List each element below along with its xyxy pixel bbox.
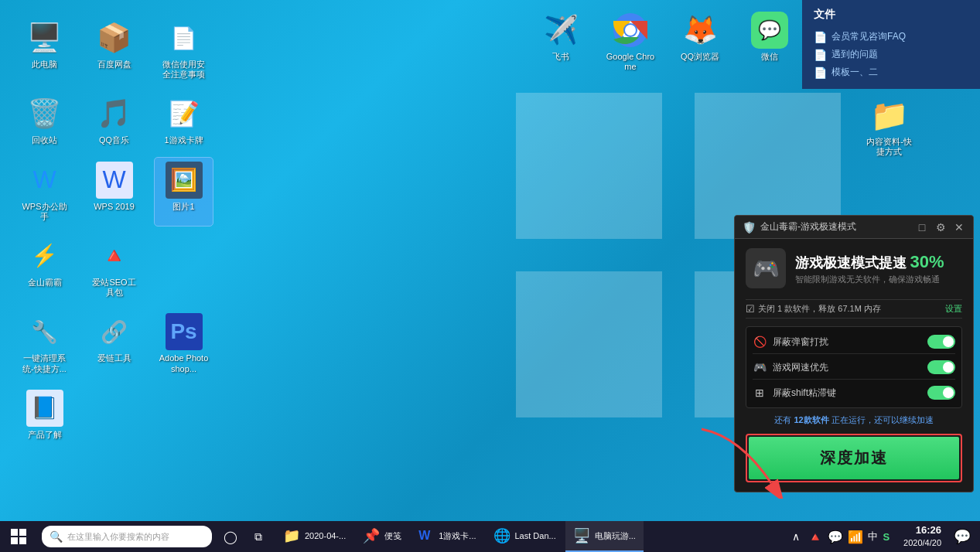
icon-product-learn-label: 产品了解 xyxy=(28,430,62,440)
svg-point-7 xyxy=(625,25,636,36)
close-info-bar: ☑ 关闭 1 款软件，释放 67.1M 内存 设置 xyxy=(746,299,962,319)
deep-accel-button[interactable]: 深度加速 xyxy=(749,437,959,479)
task-view-button[interactable]: ⧉ xyxy=(244,523,272,550)
icon-computer-label: 此电脑 xyxy=(32,60,57,70)
icon-aisi-tools[interactable]: 🔗 爱链工具 xyxy=(85,309,143,377)
more-software-count: 12款软件 xyxy=(794,415,828,424)
icon-qq-music[interactable]: 🎵 QQ音乐 xyxy=(85,91,143,149)
icon-wps-office[interactable]: W WPS办公助手 xyxy=(15,158,73,226)
icon-aisi-seo-label: 爱站SEO工具包 xyxy=(89,278,139,298)
icon-chrome-label: Google Chrome xyxy=(603,52,657,72)
sticky-notes-icon: 📌 xyxy=(363,527,380,544)
taskbar-clock[interactable]: 16:26 2020/4/20 xyxy=(897,524,948,548)
taskbar-app-label-0: 2020-04-... xyxy=(305,531,346,540)
taskbar-app-pc-game[interactable]: 🖥️ 电脑玩游... xyxy=(565,521,644,552)
icon-qq-browser[interactable]: 🦊 QQ浏览器 xyxy=(673,12,727,72)
close-button[interactable]: ✕ xyxy=(953,221,965,233)
icon-aisi-tools-label: 爱链工具 xyxy=(97,353,131,363)
tray-icon-s[interactable]: S xyxy=(883,531,890,543)
icon-recycle[interactable]: 🗑️ 回收站 xyxy=(15,91,73,149)
taskbar-right: ∧ 🔺 💬 📶 中 S 16:26 2020/4/20 💬 xyxy=(792,524,980,548)
feature-toggle-1[interactable] xyxy=(927,360,955,374)
windows-icon xyxy=(11,529,26,544)
taskbar-app-sticky[interactable]: 📌 便笺 xyxy=(355,521,409,552)
feature-label-0: 屏蔽弹窗打扰 xyxy=(773,336,828,349)
game-controller-icon: 🎮 xyxy=(746,248,786,288)
svg-rect-0 xyxy=(516,93,662,239)
desktop-icons-right: ✈️ 飞书 Google Chrome 🦊 QQ浏览器 💬 xyxy=(526,4,804,80)
block-popup-icon: 🚫 xyxy=(753,336,767,348)
taskbar-tray: 🔺 💬 📶 中 S xyxy=(803,530,894,544)
taskbar-app-last-dan[interactable]: 🌐 Last Dan... xyxy=(486,521,564,552)
icon-feishu-label: 飞书 xyxy=(552,52,569,62)
game-net-icon: 🎮 xyxy=(753,361,767,373)
clock-date: 2020/4/20 xyxy=(903,537,941,548)
speed-text-block: 游戏极速模式提速 30% 智能限制游戏无关软件，确保游戏畅通 xyxy=(795,252,962,285)
icon-feishu[interactable]: ✈️ 飞书 xyxy=(534,12,588,72)
more-software-prefix: 还有 xyxy=(774,415,794,424)
start-button[interactable] xyxy=(0,521,37,552)
icon-wechat-safety-label: 微信使用安全注意事项 xyxy=(159,60,209,80)
file-panel-label-2: 模板一、二 xyxy=(831,66,878,79)
notification-button[interactable]: 💬 xyxy=(951,528,974,545)
speed-subtitle: 智能限制游戏无关软件，确保游戏畅通 xyxy=(795,274,962,285)
tray-icon-0[interactable]: 🔺 xyxy=(808,530,823,544)
icon-photos-label: 图片1 xyxy=(172,202,194,212)
icon-wechat-desktop[interactable]: 💬 微信 xyxy=(743,12,797,72)
file-icon-1: 📄 xyxy=(814,49,827,61)
taskbar-app-label-3: Last Dan... xyxy=(515,531,556,540)
file-explorer-icon: 📁 xyxy=(283,527,300,544)
file-panel-item-0[interactable]: 📄 会员常见咨询FAQ xyxy=(814,28,968,46)
desktop-icons-left: 🖥️ 此电脑 📦 百度网盘 📄 微信使用安全注意事项 🗑️ 回收站 🎵 QQ音乐… xyxy=(8,8,224,451)
close-info-label: 关闭 1 款软件，释放 67.1M 内存 xyxy=(758,303,881,315)
taskbar-search[interactable]: 🔍 在这里输入你要搜索的内容 xyxy=(42,526,212,547)
speed-title-row: 游戏极速模式提速 30% xyxy=(795,252,962,272)
icon-kingsoft[interactable]: ⚡ 金山霸霸 xyxy=(15,233,73,302)
icon-baidu-netdisk[interactable]: 📦 百度网盘 xyxy=(85,15,143,83)
icon-photos[interactable]: 🖼️ 图片1 xyxy=(155,158,213,226)
tray-icon-wechat[interactable]: 💬 xyxy=(828,530,843,544)
feature-label-1: 游戏网速优先 xyxy=(773,361,828,374)
wps-card-icon: W xyxy=(418,529,434,543)
icon-content-folder[interactable]: 📁 内容资料-快捷方式 xyxy=(860,93,918,161)
feature-item-2: ⊞ 屏蔽shift粘滞键 xyxy=(753,381,955,404)
setting-link[interactable]: 设置 xyxy=(945,303,962,315)
feature-item-1: 🎮 游戏网速优先 xyxy=(753,356,955,380)
icon-wechat-safety[interactable]: 📄 微信使用安全注意事项 xyxy=(155,15,213,83)
taskbar-apps: 📁 2020-04-... 📌 便笺 W 1游戏卡... 🌐 Last Dan.… xyxy=(275,521,644,552)
file-icon-0: 📄 xyxy=(814,31,827,43)
file-panel-label-1: 遇到的问题 xyxy=(831,48,878,61)
minimize-button[interactable]: □ xyxy=(916,221,928,233)
more-software-text: 还有 12款软件 正在运行，还可以继续加速 xyxy=(746,414,962,426)
cortana-button[interactable]: ◯ xyxy=(217,523,244,550)
feature-toggle-0[interactable] xyxy=(927,335,955,349)
icon-qq-music-label: QQ音乐 xyxy=(99,135,129,145)
tray-expand-icon[interactable]: ∧ xyxy=(792,530,800,543)
taskbar-app-wps[interactable]: W 1游戏卡... xyxy=(411,521,483,552)
file-panel-title: 文件 xyxy=(814,8,968,22)
icon-google-chrome[interactable]: Google Chrome xyxy=(603,12,657,72)
svg-rect-12 xyxy=(19,537,26,544)
tray-icon-lang[interactable]: 中 xyxy=(868,530,878,543)
icon-wps-2019[interactable]: W WPS 2019 xyxy=(85,158,143,226)
icon-content-folder-label: 内容资料-快捷方式 xyxy=(864,137,914,157)
icon-ps[interactable]: Ps Adobe Photoshop... xyxy=(155,309,213,377)
taskbar-app-file-explorer[interactable]: 📁 2020-04-... xyxy=(275,521,353,552)
icon-wps-game-label: 1游戏卡牌 xyxy=(164,135,203,145)
speed-percent: 30% xyxy=(910,252,944,271)
search-placeholder: 在这里输入你要搜索的内容 xyxy=(67,531,169,543)
settings-button[interactable]: ⚙ xyxy=(934,221,947,233)
feature-toggle-2[interactable] xyxy=(927,386,955,400)
clock-time: 16:26 xyxy=(903,524,941,537)
file-icon-2: 📄 xyxy=(814,66,827,79)
icon-wps-game[interactable]: 📝 1游戏卡牌 xyxy=(155,91,213,149)
file-panel-item-2[interactable]: 📄 模板一、二 xyxy=(814,63,968,81)
icon-clean-sys[interactable]: 🔧 一键清理系统-快捷方... xyxy=(15,309,73,377)
feature-list: 🚫 屏蔽弹窗打扰 🎮 游戏网速优先 ⊞ 屏蔽shift粘滞键 xyxy=(746,326,962,408)
icon-aisi-seo[interactable]: 🔺 爱站SEO工具包 xyxy=(85,233,143,302)
tray-icon-network[interactable]: 📶 xyxy=(848,530,863,544)
icon-product-learn[interactable]: 📘 产品了解 xyxy=(15,386,73,444)
icon-computer[interactable]: 🖥️ 此电脑 xyxy=(15,15,73,83)
more-software-suffix: 正在运行，还可以继续加速 xyxy=(831,415,934,424)
file-panel-item-1[interactable]: 📄 遇到的问题 xyxy=(814,46,968,63)
